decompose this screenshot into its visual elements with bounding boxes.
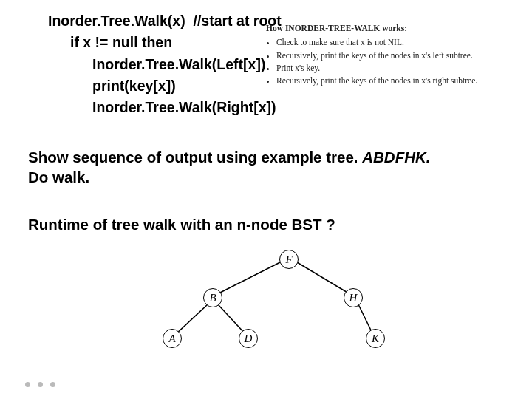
howbox-item: Recursively, print the keys of the nodes… <box>276 50 502 62</box>
prompt-runtime: Runtime of tree walk with an n-node BST … <box>28 216 501 233</box>
tree-node-h: H <box>344 288 363 307</box>
pager-dot <box>50 382 55 387</box>
prompt-answer: ABDFHK. <box>362 149 430 166</box>
tree-node-k: K <box>366 329 385 348</box>
howbox-item: Check to make sure that x is not NIL. <box>276 36 502 49</box>
tree-node-d: D <box>239 329 258 348</box>
tree-node-b: B <box>203 288 222 307</box>
pager-dot <box>38 382 43 387</box>
tree-node-f: F <box>279 250 299 269</box>
slide-pager-dots <box>25 382 55 387</box>
slide: Inorder.Tree.Walk(x) //start at root if … <box>0 0 532 399</box>
pseudo-line-4: print(key[x]) <box>92 75 282 97</box>
howbox-list: Check to make sure that x is not NIL. Re… <box>276 36 502 87</box>
svg-line-0 <box>214 260 284 296</box>
pseudo-line-3: Inorder.Tree.Walk(Left[x]) <box>92 54 282 75</box>
howbox-item: Recursively, print the keys of the nodes… <box>276 75 502 87</box>
pseudocode-block: Inorder.Tree.Walk(x) //start at root if … <box>48 10 282 118</box>
prompt-trail: Do walk. <box>28 168 89 185</box>
pseudo-line-5: Inorder.Tree.Walk(Right[x]) <box>92 97 282 118</box>
tree-edges <box>151 248 381 366</box>
pseudo-line-1: Inorder.Tree.Walk(x) //start at root <box>48 10 282 32</box>
pager-dot <box>25 382 30 387</box>
prompt-lead: Show sequence of output using example tr… <box>28 149 362 166</box>
svg-line-2 <box>175 304 208 335</box>
how-it-works-box: How INORDER-TREE-WALK works: Check to ma… <box>266 22 502 87</box>
svg-line-1 <box>293 260 352 296</box>
call-signature: Inorder.Tree.Walk(x) <box>48 13 185 29</box>
tree-diagram: F B H A D K <box>151 248 381 366</box>
howbox-header: How INORDER-TREE-WALK works: <box>266 22 502 35</box>
prompt-sequence: Show sequence of output using example tr… <box>28 148 501 187</box>
tree-node-a: A <box>163 329 182 348</box>
howbox-item: Print x's key. <box>276 62 502 75</box>
pseudo-line-2: if x != null then <box>70 32 282 53</box>
